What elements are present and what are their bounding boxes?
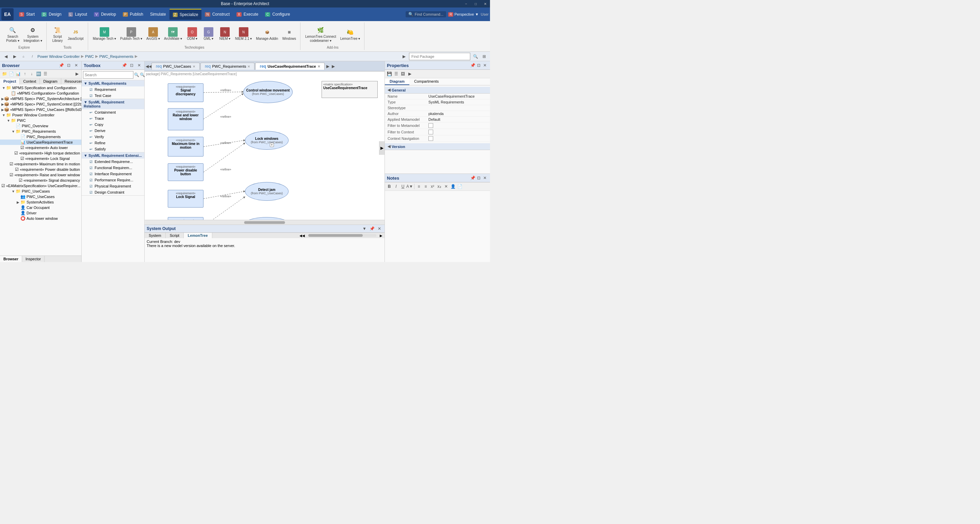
props-tab-compartments[interactable]: Compartments bbox=[409, 78, 443, 85]
toolbox-close-button[interactable]: ✕ bbox=[136, 62, 142, 68]
up-button[interactable]: / bbox=[29, 53, 36, 60]
toolbox-item-performance-req[interactable]: ☑ Performance Require... bbox=[82, 177, 144, 183]
toolbox-search-icon[interactable]: 🔍 bbox=[134, 72, 139, 77]
tree-item-6[interactable]: ▼📁PWC bbox=[0, 118, 81, 123]
output-close-button[interactable]: ✕ bbox=[376, 226, 382, 232]
doc-tab-usecase-trace[interactable]: req UseCaseRequirementTrace ✕ bbox=[255, 63, 324, 70]
requirements-tab-close[interactable]: ✕ bbox=[247, 65, 250, 68]
props-context-nav-checkbox[interactable] bbox=[428, 136, 433, 141]
tree-item-1[interactable]: 📋«MPMS Configuration» Configuration bbox=[0, 91, 81, 96]
gml-button[interactable]: G GML ▾ bbox=[201, 27, 216, 41]
bottom-tab-browser[interactable]: Browser bbox=[0, 256, 22, 262]
tree-item-14[interactable]: ☑«requirement» Maximum time in motion bbox=[0, 161, 81, 167]
tree-item-13[interactable]: ☑«requirement» Lock Signal bbox=[0, 156, 81, 161]
props-filter-context-checkbox[interactable] bbox=[428, 130, 433, 134]
tree-item-10[interactable]: 📊UseCaseRequirementTrace bbox=[0, 140, 81, 145]
doc-tab-pwc-usecases[interactable]: req PWC_UseCases ✕ bbox=[151, 63, 200, 70]
doc-tab-scroll-right[interactable]: ▶ bbox=[331, 64, 336, 69]
doc-tab-left-nav[interactable]: ◀◀ bbox=[146, 64, 151, 69]
uc-control-window[interactable]: Control window movement (from PWC_UseCas… bbox=[243, 81, 293, 103]
output-tab-system[interactable]: System bbox=[145, 233, 166, 238]
req-power-disable[interactable]: «requirement» Power disable button bbox=[168, 163, 204, 181]
system-integration-button[interactable]: ⚙ SystemIntegration ▾ bbox=[22, 24, 43, 43]
toolbox-pin-button[interactable]: 📌 bbox=[121, 62, 127, 68]
breadcrumb-pwc-root[interactable]: Power Window Controller bbox=[37, 54, 80, 59]
minimize-button[interactable]: − bbox=[461, 0, 471, 8]
tree-item-23[interactable]: 👤Driver bbox=[0, 210, 81, 216]
notes-clear-button[interactable]: ✕ bbox=[443, 183, 449, 190]
toolbox-item-derive[interactable]: ↩ Derive bbox=[82, 127, 144, 134]
toolbox-item-testcase[interactable]: ☑ Test Case bbox=[82, 92, 144, 99]
menu-design[interactable]: DDesign bbox=[38, 9, 65, 20]
lemontree-connect-button[interactable]: 🌿 LemonTree.Connectcodebeamer ▾ bbox=[304, 24, 337, 43]
notes-doc-button[interactable]: 📄 bbox=[457, 183, 463, 190]
props-image-button[interactable]: 🖼 bbox=[400, 71, 406, 77]
breadcrumb-requirements[interactable]: PWC_Requirements bbox=[99, 54, 134, 59]
notes-bullet-button[interactable]: ≡ bbox=[416, 183, 422, 190]
output-scrollbar[interactable] bbox=[308, 234, 376, 237]
toolbox-search-input[interactable] bbox=[83, 71, 134, 79]
trace-tab-close[interactable]: ✕ bbox=[318, 65, 320, 68]
find-command-input[interactable]: 🔍 Find Command... bbox=[406, 11, 446, 18]
tree-item-9[interactable]: 📄PWC_Requirements bbox=[0, 134, 81, 140]
menu-construct[interactable]: NConstruct bbox=[202, 9, 233, 20]
expand-path-button[interactable]: ▶ bbox=[400, 53, 408, 60]
home-button[interactable]: ⌂ bbox=[20, 53, 27, 60]
tree-item-7[interactable]: 📄PWC_Overview bbox=[0, 123, 81, 129]
notes-float-button[interactable]: ⊡ bbox=[476, 175, 482, 181]
niem21-button[interactable]: N NIEM 2.1 ▾ bbox=[234, 27, 253, 41]
tree-item-18[interactable]: ☑«EAMatrixSpecification» UseCaseRequirer… bbox=[0, 183, 81, 188]
perspective-button[interactable]: R Perspective▼ bbox=[448, 12, 479, 17]
toolbox-item-refine[interactable]: ↩ Refine bbox=[82, 140, 144, 146]
arcgis-button[interactable]: A ArcGIS ▾ bbox=[145, 27, 161, 41]
props-menu-button[interactable]: ☰ bbox=[393, 71, 399, 77]
toolbox-section-sysml-ext-header[interactable]: ▼ SysML Requirement Extensi... bbox=[82, 153, 144, 159]
output-pin-button[interactable]: 📌 bbox=[369, 226, 375, 232]
doc-tab-pwc-requirements[interactable]: req PWC_Requirements ✕ bbox=[200, 63, 255, 70]
tree-item-3[interactable]: ▶📦«MPMS Spec» PWC_SystemContext [[22b4b7… bbox=[0, 101, 81, 107]
browser-tab-context[interactable]: Context bbox=[20, 78, 40, 84]
niem-button[interactable]: N NIEM ▾ bbox=[218, 27, 232, 41]
new-item-button[interactable]: 📄 bbox=[8, 71, 14, 77]
menu-layout[interactable]: LLayout bbox=[65, 9, 91, 20]
find-package-input[interactable] bbox=[409, 53, 470, 60]
toolbox-item-verify[interactable]: ↩ Verify bbox=[82, 134, 144, 140]
output-tab-script[interactable]: Script bbox=[166, 233, 184, 238]
notes-italic-button[interactable]: I bbox=[393, 183, 399, 190]
menu-specialize[interactable]: ZSpecialize bbox=[169, 9, 202, 20]
toolbox-item-satisfy[interactable]: ↩ Satisfy bbox=[82, 146, 144, 152]
browser-close-button[interactable]: ✕ bbox=[73, 62, 79, 68]
tree-item-15[interactable]: ☑«requirement» Power disable button bbox=[0, 167, 81, 172]
new-diagram-button[interactable]: 📊 bbox=[15, 71, 21, 77]
toolbox-item-requirement[interactable]: ☑ Requirement bbox=[82, 86, 144, 92]
close-button[interactable]: ✕ bbox=[480, 0, 490, 8]
forward-button[interactable]: ▶ bbox=[11, 53, 18, 60]
notes-bold-button[interactable]: B bbox=[386, 183, 392, 190]
usecases-tab-close[interactable]: ✕ bbox=[192, 65, 195, 68]
move-up-button[interactable]: ↑ bbox=[22, 71, 28, 77]
tree-item-17[interactable]: ☑«requirement» Signal discrepancy bbox=[0, 178, 81, 183]
notes-pin-button[interactable]: 📌 bbox=[469, 175, 476, 181]
javascript-button[interactable]: JS JavaScript bbox=[66, 27, 85, 41]
notes-super-button[interactable]: x² bbox=[430, 183, 436, 190]
browser-tree[interactable]: ▼📁MPMS Specification and Configuration 📋… bbox=[0, 84, 81, 256]
props-play-button[interactable]: ▶ bbox=[407, 71, 413, 77]
tree-item-21[interactable]: ▶📁SystemActivities bbox=[0, 199, 81, 205]
props-filter-metamodel-checkbox[interactable] bbox=[428, 123, 433, 128]
doc-tab-right-nav[interactable]: ▶ bbox=[325, 64, 331, 69]
user-button[interactable]: User bbox=[481, 12, 488, 16]
toolbox-item-interface-req[interactable]: ☑ Interface Requirement bbox=[82, 171, 144, 177]
output-scroll-right[interactable]: ▶ bbox=[378, 233, 385, 238]
tree-item-22[interactable]: 👤Car Occupant bbox=[0, 205, 81, 210]
bottom-tab-inspector[interactable]: Inspector bbox=[22, 256, 45, 262]
req-signal-discrepancy[interactable]: «requirement» Signal discrepancy bbox=[168, 83, 204, 102]
uc-lock-windows[interactable]: Lock windows (from PWC_UseCases) bbox=[245, 131, 288, 150]
archimate-button[interactable]: 🗺 ArchiMate ▾ bbox=[163, 27, 183, 41]
publish-tech-button[interactable]: P Publish-Tech ▾ bbox=[119, 27, 143, 41]
tree-item-16[interactable]: ☑«requirement» Raise and lower window bbox=[0, 172, 81, 178]
notes-content[interactable] bbox=[385, 191, 490, 262]
output-tab-lemontree[interactable]: LemonTree bbox=[184, 233, 212, 238]
tree-item-19[interactable]: ▼📁PWC_UseCases bbox=[0, 188, 81, 194]
maximize-button[interactable]: □ bbox=[471, 0, 480, 8]
props-pin-button[interactable]: 📌 bbox=[469, 62, 476, 68]
